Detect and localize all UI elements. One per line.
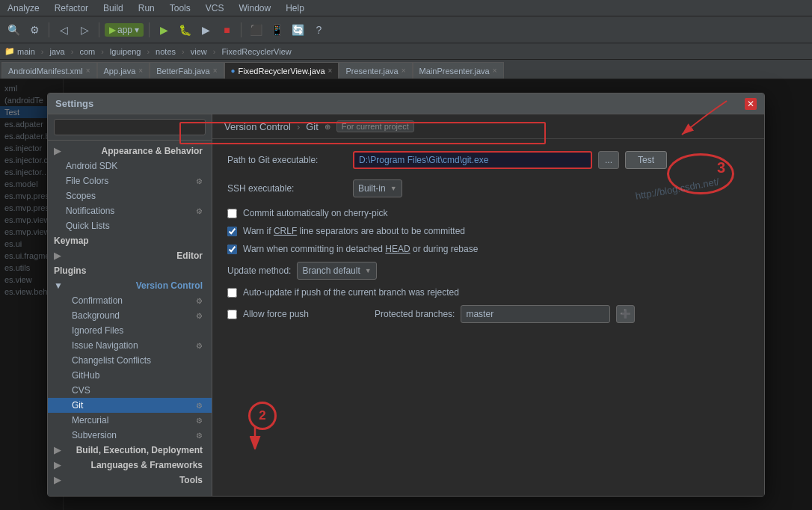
toolbar-search[interactable]: 🔍 [4,21,22,39]
toolbar-help[interactable]: ? [310,21,327,39]
toolbar-forward[interactable]: ▷ [76,21,93,39]
toolbar-back[interactable]: ◁ [55,21,73,39]
ssh-value: Built-in [358,183,386,194]
dialog-title: Settings [55,98,93,109]
settings-icon-small: ⊕ [325,123,330,131]
tab-androidmanifest[interactable]: AndroidManifest.xml × [1,62,97,79]
stree-keymap[interactable]: Keymap [48,233,212,248]
toolbar-stop-btn[interactable]: ■ [218,21,236,39]
dialog-close-btn[interactable]: ✕ [745,98,757,110]
menu-refactor[interactable]: Refactor [52,1,91,15]
stree-mercurial[interactable]: Mercurial ⚙ [48,413,212,428]
menu-vcs[interactable]: VCS [203,1,227,15]
stree-git[interactable]: Git ⚙ [48,398,212,413]
subversion-icon: ⚙ [196,431,203,440]
nav-sep2: › [71,47,74,56]
protected-branches-input[interactable] [461,305,610,323]
stree-versioncontrol[interactable]: ▼ Version Control [48,278,212,293]
settings-search-input[interactable] [54,119,206,135]
update-dropdown-arrow: ▼ [365,267,372,274]
autoupdate-checkbox[interactable] [227,288,237,298]
menu-tools[interactable]: Tools [167,1,194,15]
stree-confirmation[interactable]: Confirmation ⚙ [48,293,212,308]
tab-appjava[interactable]: App.java × [97,62,150,79]
toolbar-sdk-mgr[interactable]: ⬛ [247,21,265,39]
toolbar-run-btn[interactable]: ▶ [155,21,173,39]
toolbar-run-config[interactable]: ▶ app ▾ [105,23,144,37]
tab-presenter[interactable]: Presenter.java × [339,62,412,79]
stree-notifications[interactable]: Notifications ⚙ [48,203,212,218]
git-test-btn[interactable]: Test [625,151,667,169]
nav-sep4: › [147,47,150,56]
checkbox-crlf: Warn if CRLF line separators are about t… [227,226,749,236]
stree-tools[interactable]: ▶ Tools [48,473,212,488]
stree-issuenavigation[interactable]: Issue Navigation ⚙ [48,338,212,353]
tab-betterfab[interactable]: BetterFab.java × [150,62,224,79]
toolbar-sep3 [149,22,150,37]
background-icon: ⚙ [196,312,203,320]
menu-help[interactable]: Help [283,1,307,15]
toolbar-settings[interactable]: ⚙ [25,21,43,39]
tab-close[interactable]: × [493,67,497,75]
git-path-input[interactable] [353,151,592,169]
crlf-checkbox[interactable] [227,227,237,236]
stree-scopes[interactable]: Scopes [48,188,212,203]
stree-appearance[interactable]: ▶ Appearance & Behavior [48,144,212,159]
menu-analyze[interactable]: Analyze [4,1,43,15]
nav-java: java [50,47,65,56]
tab-close[interactable]: × [86,67,90,75]
stree-github[interactable]: GitHub [48,368,212,383]
toolbar-coverage-btn[interactable]: ▶ [197,21,215,39]
protected-add-btn[interactable]: ➕ [616,305,635,323]
update-method-select[interactable]: Branch default ▼ [297,262,376,280]
toolbar-debug-btn[interactable]: 🐛 [176,21,194,39]
expand-icon-editor: ▶ [54,251,61,261]
menu-window[interactable]: Window [236,1,274,15]
stree-cvs[interactable]: CVS [48,383,212,398]
detached-checkbox[interactable] [227,245,237,254]
toolbar-avd-mgr[interactable]: 📱 [268,21,286,39]
tab-fixedrecyclerview[interactable]: ● FixedRecyclerView.java × [224,62,339,79]
confirmation-icon: ⚙ [196,297,203,305]
menu-run[interactable]: Run [135,1,158,15]
git-path-label: Path to Git executable: [227,155,347,165]
tab-label: BetterFab.java [156,67,210,76]
stree-androidsdk[interactable]: Android SDK [48,159,212,173]
git-path-browse-btn[interactable]: ... [598,151,619,169]
tab-label: App.java [104,67,136,76]
stree-languages[interactable]: ▶ Languages & Frameworks [48,458,212,473]
stree-ignoredfiles[interactable]: Ignored Files [48,323,212,338]
nav-sep: › [41,47,44,56]
tab-close[interactable]: × [138,67,143,75]
update-method-row: Update method: Branch default ▼ [227,262,749,280]
tab-close[interactable]: × [213,67,218,75]
tab-close[interactable]: × [328,67,333,75]
expand-icon-tools: ▶ [54,475,61,485]
stree-changelistconflicts[interactable]: Changelist Conflicts [48,353,212,368]
crlf-underline: CRLF [274,226,297,236]
expand-icon-build: ▶ [54,445,61,455]
tab-mainpresenter[interactable]: MainPresenter.java × [413,62,504,79]
ssh-dropdown-arrow: ▼ [390,185,397,192]
settings-header: Version Control › Git ⊕ For current proj… [212,114,764,139]
ssh-select[interactable]: Built-in ▼ [353,179,402,197]
tab-label: MainPresenter.java [419,67,490,76]
nav-notes: notes [156,47,176,56]
cherry-pick-checkbox[interactable] [227,209,237,218]
toolbar-sep2 [99,22,99,37]
tab-close[interactable]: × [402,67,406,75]
stree-editor[interactable]: ▶ Editor [48,248,212,263]
forcepush-checkbox[interactable] [227,310,237,319]
stree-quicklists[interactable]: Quick Lists [48,218,212,233]
settings-content: Version Control › Git ⊕ For current proj… [212,114,764,496]
crlf-label: Warn if CRLF line separators are about t… [243,226,465,236]
toolbar-sep1 [49,22,49,37]
stree-subversion[interactable]: Subversion ⚙ [48,428,212,443]
stree-build[interactable]: ▶ Build, Execution, Deployment [48,443,212,458]
stree-background[interactable]: Background ⚙ [48,308,212,323]
stree-filecolors[interactable]: File Colors ⚙ [48,173,212,188]
toolbar-sync[interactable]: 🔄 [289,21,307,39]
menu-build[interactable]: Build [100,1,126,15]
project-tag: For current project [336,120,414,132]
stree-plugins[interactable]: Plugins [48,263,212,278]
